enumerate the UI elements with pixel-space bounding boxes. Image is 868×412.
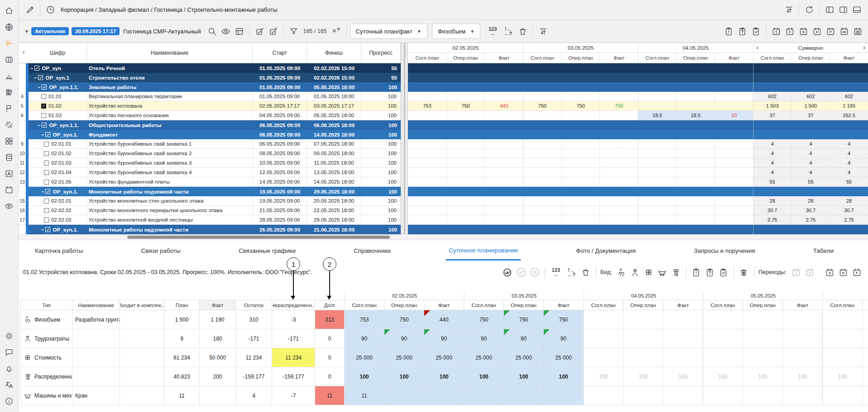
resource-day-cell[interactable] bbox=[504, 386, 544, 405]
row-checkbox[interactable] bbox=[34, 66, 39, 71]
resource-day-cell[interactable] bbox=[623, 310, 663, 329]
resource-day-cell[interactable]: 25 000 bbox=[384, 348, 424, 367]
resource-day-cell[interactable]: 25 000 bbox=[504, 348, 544, 367]
resource-day-cell[interactable] bbox=[663, 386, 703, 405]
schedule-row[interactable]: 14−OP_syn.1.Монолитные работы подземной … bbox=[19, 187, 401, 196]
hatch-icon[interactable] bbox=[2, 117, 16, 133]
visibility-icon[interactable] bbox=[2, 198, 16, 214]
tab-связи-работы[interactable]: Связи работы bbox=[138, 242, 183, 260]
row-checkbox[interactable] bbox=[44, 151, 49, 156]
calendar-f-icon[interactable]: F bbox=[850, 265, 863, 279]
row-checkbox[interactable] bbox=[44, 170, 49, 175]
distributed-view-icon[interactable] bbox=[669, 265, 683, 279]
tab-справочники[interactable]: Справочники bbox=[351, 242, 393, 260]
resources-icon[interactable] bbox=[2, 84, 16, 100]
check-all-icon[interactable] bbox=[253, 24, 266, 38]
horizontal-scrollbar[interactable] bbox=[19, 234, 868, 240]
resource-day-cell[interactable]: 753 bbox=[345, 310, 384, 329]
metric-select[interactable]: Физобъем ▼ bbox=[432, 24, 480, 39]
summary-next-icon[interactable]: › bbox=[863, 43, 865, 51]
column-header[interactable]: Входит в комплек... bbox=[120, 300, 164, 310]
row-checkbox[interactable] bbox=[45, 132, 50, 137]
confirm-button[interactable] bbox=[514, 265, 528, 279]
numbers-width-icon[interactable]: 123↔ bbox=[485, 24, 500, 38]
resource-day-cell[interactable]: 90 bbox=[544, 329, 584, 348]
resource-day-cell[interactable]: 90 bbox=[384, 329, 424, 348]
resource-day-cell[interactable] bbox=[663, 348, 703, 367]
clipboard-question-icon[interactable] bbox=[703, 265, 717, 279]
tab-табели[interactable]: Табели bbox=[810, 242, 836, 260]
tab-карточка-работы[interactable]: Карточка работы bbox=[32, 242, 86, 260]
schedule-row[interactable]: 501.02Устройство котлована02.05.2025 17:… bbox=[19, 101, 401, 111]
tab-запросы-и-поручения[interactable]: Запросы и поручения bbox=[691, 242, 758, 260]
tab-связанные-графики[interactable]: Связанные графики bbox=[236, 242, 298, 260]
column-header[interactable]: Прогресс bbox=[361, 43, 401, 63]
resource-day-cell[interactable]: 100 bbox=[345, 367, 384, 386]
resource-row[interactable]: Распределенная ра40.823200-159.177-159.1… bbox=[20, 367, 868, 386]
schedule-row[interactable]: 1202.01.04Устройство буронабивных свай з… bbox=[19, 168, 401, 177]
resource-day-cell[interactable] bbox=[703, 386, 743, 405]
resource-day-cell[interactable] bbox=[703, 310, 743, 329]
schedule-row[interactable]: 902.01.01Устройство буронабивных свай за… bbox=[19, 139, 401, 149]
row-checkbox[interactable] bbox=[44, 218, 49, 223]
calendar-prev-icon[interactable] bbox=[789, 265, 803, 279]
calendar-s-icon[interactable]: S bbox=[823, 265, 836, 279]
resource-day-cell[interactable]: 750 bbox=[384, 310, 424, 329]
layout-right-icon[interactable] bbox=[836, 3, 850, 17]
resource-day-cell[interactable]: 90 bbox=[464, 329, 504, 348]
clear-all-icon[interactable] bbox=[737, 265, 751, 279]
resource-day-cell[interactable]: 100 bbox=[384, 367, 424, 386]
schedule-row[interactable]: 1502.02.01Устройство монолитных стен цок… bbox=[19, 196, 401, 206]
resource-day-cell[interactable] bbox=[623, 386, 663, 405]
column-header[interactable]: Старт bbox=[253, 43, 307, 63]
resource-day-cell[interactable]: 100 bbox=[703, 367, 743, 386]
numbers-width-icon[interactable]: 123↔ bbox=[548, 265, 564, 279]
timestamp-badge[interactable]: 30.09.2025 17:17 bbox=[72, 27, 120, 35]
resource-day-cell[interactable] bbox=[703, 348, 743, 367]
resource-day-cell[interactable]: 100 bbox=[544, 367, 584, 386]
resource-day-cell[interactable] bbox=[783, 329, 823, 348]
resource-row[interactable]: Стоимость61 23450 00011 23411 234025 000… bbox=[20, 348, 868, 367]
resource-day-cell[interactable] bbox=[584, 329, 623, 348]
calendar-next-icon[interactable] bbox=[803, 265, 816, 279]
resource-day-cell[interactable]: 750 bbox=[464, 310, 504, 329]
schedule-row[interactable]: 1602.02.02Устройство монолитного перекры… bbox=[19, 206, 401, 215]
resource-day-cell[interactable] bbox=[743, 310, 783, 329]
calendar-prev-icon[interactable] bbox=[769, 24, 783, 38]
resource-day-cell[interactable] bbox=[544, 386, 584, 405]
layout-bottom-icon[interactable] bbox=[850, 3, 863, 17]
import-icon[interactable] bbox=[536, 24, 550, 38]
column-header[interactable]: Наименование bbox=[72, 300, 120, 310]
row-checkbox[interactable] bbox=[42, 123, 47, 128]
resource-day-cell[interactable] bbox=[863, 386, 868, 405]
refresh-icon[interactable] bbox=[802, 3, 816, 17]
plan-dropdown-icon[interactable]: ▼ bbox=[22, 24, 31, 38]
calendar-d-icon[interactable]: D bbox=[810, 24, 824, 38]
visibility-columns-icon[interactable] bbox=[219, 24, 232, 38]
column-header[interactable]: Тип bbox=[20, 300, 72, 310]
schedule-row[interactable]: 1−OP_synОтель Речной01.05.2025 09:0002.0… bbox=[19, 63, 401, 73]
search-icon[interactable] bbox=[205, 24, 219, 38]
schedule-row[interactable]: 7−OP_syn.1.1.Общестроительные работы06.0… bbox=[19, 120, 401, 130]
resource-day-cell[interactable]: 100 bbox=[823, 367, 863, 386]
delete-icon[interactable] bbox=[579, 265, 593, 279]
resource-day-cell[interactable] bbox=[384, 386, 424, 405]
resource-day-cell[interactable]: 100 bbox=[584, 367, 623, 386]
machines-view-icon[interactable] bbox=[656, 265, 669, 279]
resource-day-cell[interactable]: 750 bbox=[544, 310, 584, 329]
row-checkbox[interactable] bbox=[41, 104, 46, 109]
row-checkbox[interactable] bbox=[44, 161, 49, 166]
reject-button[interactable] bbox=[528, 265, 542, 279]
resource-day-cell[interactable] bbox=[783, 310, 823, 329]
row-checkbox[interactable] bbox=[44, 142, 49, 147]
physical-volume-view-icon[interactable] bbox=[615, 265, 628, 279]
layout-left-icon[interactable] bbox=[823, 3, 836, 17]
resource-day-cell[interactable] bbox=[783, 386, 823, 405]
row-checkbox[interactable] bbox=[45, 189, 50, 194]
resource-day-cell[interactable] bbox=[743, 386, 783, 405]
calendar-f-icon[interactable]: F bbox=[824, 24, 837, 38]
resource-day-cell[interactable] bbox=[663, 310, 703, 329]
resource-day-cell[interactable] bbox=[783, 348, 823, 367]
filter-icon[interactable] bbox=[287, 24, 300, 38]
clipboard-warning-icon[interactable] bbox=[690, 265, 703, 279]
